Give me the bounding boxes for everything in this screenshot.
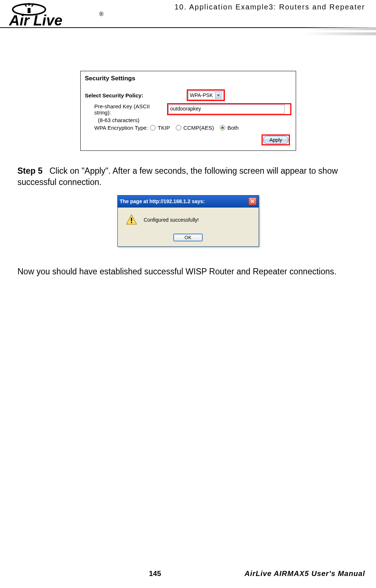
dialog-message: Configured successfully! xyxy=(144,217,199,223)
security-settings-title: Security Settings xyxy=(85,75,291,82)
select-policy-label: Select Security Policy: xyxy=(85,92,187,98)
step5-paragraph: Step 5 Click on "Apply". After a few sec… xyxy=(17,165,359,188)
dialog-titlebar: The page at http://192.168.1.2 says: xyxy=(118,196,259,208)
svg-text:Air Live: Air Live xyxy=(9,12,62,28)
enc-type-label: WPA Encryption Type: xyxy=(94,125,148,131)
security-policy-select[interactable]: WPA-PSK xyxy=(188,91,224,100)
highlight-box: outdoorapkey xyxy=(167,103,291,115)
page-footer: 145 AirLive AIRMAX5 User's Manual xyxy=(0,569,376,578)
apply-button[interactable]: Apply xyxy=(263,136,288,144)
page-number: 145 xyxy=(149,569,161,578)
psk-label: Pre-shared Key (ASCII string): xyxy=(85,103,167,116)
ccmp-radio[interactable] xyxy=(176,125,181,130)
highlight-box: Apply xyxy=(262,134,290,145)
svg-rect-10 xyxy=(131,218,132,221)
page-header: 10. Application Example3: Routers and Re… xyxy=(0,0,376,42)
step5-label: Step 5 xyxy=(17,166,43,176)
both-radio[interactable] xyxy=(220,125,225,130)
conclusion-text: Now you should have established successf… xyxy=(17,267,359,277)
security-settings-screenshot: Security Settings Select Security Policy… xyxy=(80,71,296,151)
security-policy-value: WPA-PSK xyxy=(190,92,213,98)
step5-text: Click on "Apply". After a few seconds, t… xyxy=(17,166,338,187)
header-decoration xyxy=(303,27,376,37)
warning-icon xyxy=(126,214,137,226)
doc-title: AirLive AIRMAX5 User's Manual xyxy=(244,569,365,578)
ccmp-label: CCMP(AES) xyxy=(183,125,214,131)
tkip-label: TKIP xyxy=(158,125,170,131)
psk-hint: (8-63 characters) xyxy=(85,117,291,123)
ok-button[interactable]: OK xyxy=(173,234,203,241)
svg-rect-11 xyxy=(131,222,132,223)
chapter-title: 10. Application Example3: Routers and Re… xyxy=(175,3,365,11)
confirmation-dialog-screenshot: The page at http://192.168.1.2 says: Con… xyxy=(117,195,259,247)
svg-text:®: ® xyxy=(99,11,104,17)
chevron-down-icon[interactable] xyxy=(215,92,222,98)
both-label: Both xyxy=(227,125,239,131)
airlive-logo: Air Live ® xyxy=(9,3,107,28)
highlight-box: WPA-PSK xyxy=(187,89,225,101)
close-icon[interactable] xyxy=(248,197,256,205)
tkip-radio[interactable] xyxy=(150,125,155,130)
psk-input[interactable]: outdoorapkey xyxy=(169,105,285,114)
psk-value: outdoorapkey xyxy=(170,106,201,112)
dialog-title-text: The page at http://192.168.1.2 says: xyxy=(120,198,205,204)
